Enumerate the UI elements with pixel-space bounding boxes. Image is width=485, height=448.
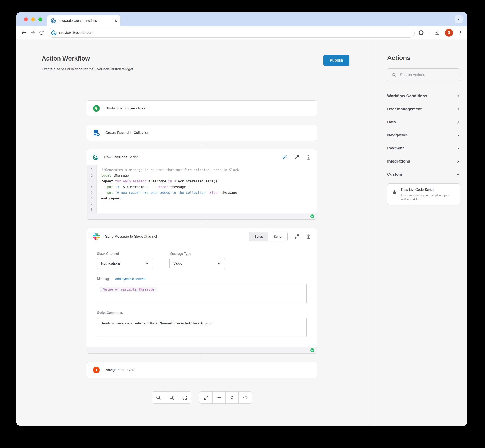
sidebar-category-custom[interactable]: Custom xyxy=(387,168,460,181)
maximize-window-button[interactable] xyxy=(38,17,42,21)
star-icon xyxy=(391,189,397,196)
expand-icon[interactable] xyxy=(294,154,299,160)
chevron-down-icon xyxy=(145,261,149,266)
toolbar-actions: S xyxy=(418,29,463,37)
search-input[interactable] xyxy=(399,72,456,77)
layout-controls xyxy=(199,392,252,404)
script-comments-label: Script Comments xyxy=(97,311,307,315)
step-raw-livecode-script: Raw LiveCode Script xyxy=(87,149,317,220)
sidebar-title: Actions xyxy=(387,54,460,61)
step-send-slack-message: Send Message to Slack Channel Setup Scri… xyxy=(87,228,317,353)
minimize-icon xyxy=(217,395,222,400)
browser-tabstrip: LiveCode Create - Actions xyxy=(16,12,467,26)
script-card-header: Raw LiveCode Script xyxy=(87,150,317,165)
slack-card-title: Send Message to Slack Channel xyxy=(105,234,157,239)
slack-setup-form: Slack Channel Notifications Message Type… xyxy=(87,245,317,347)
expand-vertical-icon xyxy=(230,395,235,400)
chevron-right-icon xyxy=(456,120,460,124)
resize-icon xyxy=(203,395,209,400)
category-label: Payment xyxy=(387,146,404,151)
tab-script[interactable]: Script xyxy=(268,232,287,241)
window-controls xyxy=(24,17,42,21)
step-label: Create Record in Collection xyxy=(105,131,149,135)
forward-icon[interactable] xyxy=(28,28,37,37)
code-view-button[interactable] xyxy=(238,392,252,404)
code-editor[interactable]: 12345678 //Generates a message to be sen… xyxy=(87,165,317,213)
sidebar-categories: Workflow ConditionsUser ManagementDataNa… xyxy=(387,89,460,181)
trash-icon[interactable] xyxy=(306,154,311,160)
extensions-icon[interactable] xyxy=(418,30,424,35)
sidebar-category-user-management[interactable]: User Management xyxy=(387,103,460,116)
zoom-out-button[interactable] xyxy=(165,392,178,404)
workflow-connector xyxy=(202,353,202,362)
trash-icon[interactable] xyxy=(306,234,311,239)
chevron-down-icon xyxy=(217,261,221,266)
publish-button[interactable]: Publish xyxy=(323,55,349,66)
new-tab-button[interactable] xyxy=(124,16,132,24)
fit-view-button[interactable] xyxy=(178,392,191,404)
expand-icon[interactable] xyxy=(294,234,299,239)
script-comments-input[interactable]: Sends a message to selected Slack Channe… xyxy=(97,318,307,337)
resize-button[interactable] xyxy=(199,392,213,404)
workflow-connector xyxy=(202,141,202,149)
tab-close-icon[interactable] xyxy=(114,19,117,22)
message-type-label: Message Type xyxy=(169,252,225,256)
minimize-window-button[interactable] xyxy=(31,17,35,21)
reload-icon[interactable] xyxy=(37,28,46,37)
message-input[interactable]: Value of variable tMessage xyxy=(97,284,307,303)
menu-icon[interactable] xyxy=(458,30,463,35)
zoom-in-icon xyxy=(156,395,161,400)
slack-card-header: Send Message to Slack Channel Setup Scri… xyxy=(87,228,317,245)
category-label: User Management xyxy=(387,107,422,111)
sidebar-category-navigation[interactable]: Navigation xyxy=(387,128,460,142)
avatar[interactable]: S xyxy=(445,29,453,37)
back-icon[interactable] xyxy=(19,28,28,37)
browser-tab[interactable]: LiveCode Create - Actions xyxy=(47,15,121,26)
tab-setup[interactable]: Setup xyxy=(249,232,268,241)
step-navigate-layout[interactable]: Navigate to Layout xyxy=(87,362,317,378)
sidebar-category-data[interactable]: Data xyxy=(387,116,460,128)
chevron-down-icon xyxy=(456,172,460,176)
canvas-toolbar xyxy=(87,392,317,404)
close-window-button[interactable] xyxy=(24,17,28,21)
zoom-out-icon xyxy=(169,395,174,400)
toolbar-divider xyxy=(429,30,429,35)
page-title: Action Workflow xyxy=(42,55,133,62)
expand-vertical-button[interactable] xyxy=(226,392,239,404)
variable-chip[interactable]: Value of variable tMessage xyxy=(100,287,157,292)
zoom-in-button[interactable] xyxy=(152,392,165,404)
chevron-right-icon xyxy=(456,133,460,137)
search-actions-box[interactable] xyxy=(387,68,460,81)
database-add-icon xyxy=(93,129,100,136)
code-lines: //Generates a message to be sent that no… xyxy=(97,165,317,213)
step-trigger[interactable]: Starts when a user clicks xyxy=(87,100,317,116)
sidebar-category-workflow-conditions[interactable]: Workflow Conditions xyxy=(387,89,460,103)
sidebar-category-integrations[interactable]: Integrations xyxy=(387,155,460,168)
page-content: Action Workflow Create a series of actio… xyxy=(16,40,467,426)
step-label: Navigate to Layout xyxy=(105,368,135,372)
message-type-select[interactable]: Value xyxy=(169,258,225,269)
search-icon xyxy=(392,72,396,77)
custom-card-title: Raw LiveCode Script xyxy=(401,188,456,192)
download-icon[interactable] xyxy=(434,30,440,35)
minimize-button[interactable] xyxy=(212,392,226,404)
tab-search-chevron-button[interactable] xyxy=(455,15,463,23)
chevron-right-icon xyxy=(456,107,460,111)
page-subtitle: Create a series of actions for the LiveC… xyxy=(42,67,133,71)
code-icon xyxy=(242,395,248,400)
custom-action-card[interactable]: Raw LiveCode Script Enter your own custo… xyxy=(387,184,460,205)
chevron-right-icon xyxy=(456,146,460,150)
slack-channel-select[interactable]: Notifications xyxy=(97,258,153,269)
check-circle-icon xyxy=(310,214,315,219)
zoom-controls xyxy=(152,392,191,404)
magic-wand-icon[interactable] xyxy=(282,154,288,160)
fit-screen-icon xyxy=(182,395,187,400)
step-create-record[interactable]: Create Record in Collection xyxy=(87,125,317,141)
livecode-icon xyxy=(51,18,56,23)
sidebar-category-payment[interactable]: Payment xyxy=(387,142,460,155)
category-label: Data xyxy=(387,120,396,124)
url-bar[interactable]: preview.livecode.com xyxy=(48,28,415,38)
setup-script-toggle: Setup Script xyxy=(249,232,288,241)
add-dynamic-content-link[interactable]: Add dynamic content xyxy=(115,277,146,281)
slack-card-footer xyxy=(87,347,317,353)
